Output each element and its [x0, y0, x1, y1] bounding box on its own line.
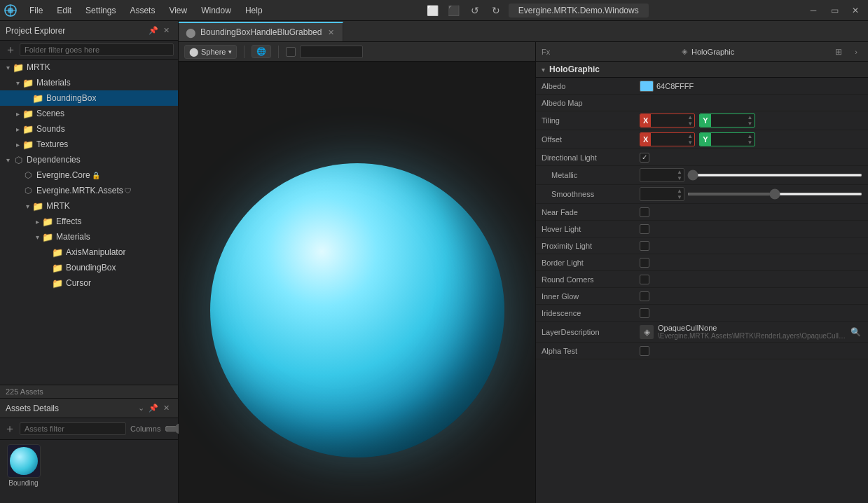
asset-thumb-bounding[interactable]: Bounding	[4, 444, 43, 499]
menubar: File Edit Settings Assets View Window He…	[0, 0, 868, 21]
bg-color-swatch[interactable]	[286, 47, 296, 57]
minimize-button[interactable]: ─	[804, 3, 823, 18]
add-asset-button[interactable]: ＋	[4, 422, 15, 435]
menu-help[interactable]: Help	[238, 4, 270, 18]
tiling-x-spinner[interactable]: ▲ ▼	[686, 114, 694, 127]
add-folder-button[interactable]: ＋	[4, 43, 17, 56]
tiling-y-spinner[interactable]: ▲ ▼	[746, 114, 755, 127]
env-button[interactable]: 🌐	[252, 45, 271, 58]
tree-item-mrtk[interactable]: 📁 MRTK	[0, 60, 178, 75]
shape-selector[interactable]: ⬤ Sphere ▾	[184, 45, 237, 59]
offset-y-down[interactable]: ▼	[746, 139, 755, 146]
viewport: ⬤ Sphere ▾ 🌐 262626FF	[179, 42, 535, 503]
menu-assets[interactable]: Assets	[123, 4, 162, 18]
menu-edit[interactable]: Edit	[50, 4, 78, 18]
tree-item-evergine-mrtk[interactable]: ⬡ Evergine.MRTK.Assets 🛡	[0, 183, 178, 198]
save-icon[interactable]: ⬜	[425, 2, 441, 19]
offset-x-spinner[interactable]: ▲ ▼	[686, 133, 694, 146]
iridescence-value	[640, 308, 862, 318]
tree-item-evergine-core[interactable]: ⬡ Evergine.Core 🔒	[0, 167, 178, 183]
project-explorer-close[interactable]: ✕	[160, 25, 172, 37]
smoothness-label: Smoothness	[542, 190, 640, 198]
folder-icon-materials: 📁	[22, 77, 34, 88]
tree-item-sounds[interactable]: 📁 Sounds	[0, 121, 178, 137]
smoothness-down[interactable]: ▼	[675, 194, 684, 200]
border-light-checkbox[interactable]	[640, 258, 649, 268]
smoothness-spinner[interactable]: ▲ ▼	[675, 188, 684, 200]
smoothness-input[interactable]: 0.500 ▲ ▼	[640, 187, 684, 201]
metallic-slider[interactable]	[687, 174, 862, 177]
redo-icon[interactable]: ↻	[488, 2, 504, 19]
offset-y-spinner[interactable]: ▲ ▼	[746, 133, 755, 146]
smoothness-slider[interactable]	[687, 193, 862, 195]
assets-details-pin[interactable]: 📌	[147, 402, 160, 415]
project-explorer-pin[interactable]: 📌	[147, 25, 160, 37]
tree-label-boundingbox: BoundingBox	[46, 93, 96, 103]
maximize-button[interactable]: ▭	[825, 3, 844, 18]
layer-search-button[interactable]: 🔍	[848, 325, 862, 339]
offset-y-input[interactable]: Y 0.000 ▲ ▼	[699, 132, 755, 146]
menu-window[interactable]: Window	[194, 4, 238, 18]
albedo-color-swatch[interactable]	[640, 81, 654, 92]
tree-item-dependencies[interactable]: ⬡ Dependencies	[0, 152, 178, 167]
offset-x-up[interactable]: ▲	[686, 133, 694, 139]
tree-item-axismanipulator[interactable]: 📁 AxisManipulator	[0, 244, 178, 260]
bg-hex-input[interactable]: 262626FF	[300, 46, 363, 58]
smoothness-field[interactable]: 0.500	[640, 190, 675, 198]
tiling-y-down[interactable]: ▼	[746, 120, 755, 127]
save-all-icon[interactable]: ⬛	[446, 2, 462, 19]
offset-x-down[interactable]: ▼	[686, 139, 694, 146]
tab-close-button[interactable]: ✕	[326, 27, 336, 37]
offset-x-field[interactable]: 0.000	[651, 135, 686, 144]
round-corners-checkbox[interactable]	[640, 275, 649, 284]
alpha-test-checkbox[interactable]	[640, 346, 649, 356]
smoothness-up[interactable]: ▲	[675, 188, 684, 194]
tiling-x-up[interactable]: ▲	[686, 114, 694, 120]
tree-item-materials[interactable]: 📁 Materials	[0, 75, 178, 90]
offset-y-up[interactable]: ▲	[746, 133, 755, 139]
tree-item-mrtk2[interactable]: 📁 MRTK	[0, 198, 178, 214]
metallic-up[interactable]: ▲	[675, 169, 684, 175]
tiling-x-field[interactable]: 1.000	[651, 116, 686, 125]
offset-x-input[interactable]: X 0.000 ▲ ▼	[640, 132, 695, 146]
close-button[interactable]: ✕	[846, 3, 865, 18]
tree-arrow-mrtk	[3, 62, 13, 72]
tiling-y-input[interactable]: Y 1.000 ▲ ▼	[699, 113, 755, 128]
metallic-spinner[interactable]: ▲ ▼	[675, 169, 684, 181]
tree-item-cursor[interactable]: 📁 Cursor	[0, 275, 178, 291]
inner-glow-checkbox[interactable]	[640, 291, 649, 301]
undo-icon[interactable]: ↺	[467, 2, 483, 19]
near-fade-label: Near Fade	[542, 208, 640, 216]
tiling-x-input[interactable]: X 1.000 ▲ ▼	[640, 113, 695, 128]
metallic-down[interactable]: ▼	[675, 175, 684, 181]
assets-filter-input[interactable]	[20, 422, 126, 435]
tree-item-scenes[interactable]: 📁 Scenes	[0, 106, 178, 121]
tree-item-textures[interactable]: 📁 Textures	[0, 137, 178, 152]
metallic-field[interactable]: 0.000	[640, 171, 675, 179]
hover-light-checkbox[interactable]	[640, 224, 649, 234]
directional-light-checkbox[interactable]	[640, 153, 649, 163]
tree-item-effects[interactable]: 📁 Effects	[0, 214, 178, 229]
menu-view[interactable]: View	[162, 4, 194, 18]
props-grid-icon[interactable]: ⊞	[832, 45, 846, 59]
offset-y-field[interactable]: 0.000	[711, 135, 746, 144]
props-collapse-right[interactable]: ›	[850, 46, 862, 58]
tiling-x-down[interactable]: ▼	[686, 120, 694, 127]
assets-details-collapse[interactable]: ⌄	[135, 402, 147, 415]
tiling-y-field[interactable]: 1.000	[711, 116, 746, 125]
tree-item-boundingbox[interactable]: 📁 BoundingBox	[0, 90, 178, 106]
assets-details-close[interactable]: ✕	[160, 402, 172, 415]
holographic-section[interactable]: ▾ HoloGraphic	[536, 62, 868, 78]
layer-desc-icon: ◈	[640, 325, 654, 339]
proximity-light-checkbox[interactable]	[640, 241, 649, 251]
metallic-input[interactable]: 0.000 ▲ ▼	[640, 168, 684, 182]
iridescence-checkbox[interactable]	[640, 308, 649, 318]
menu-settings[interactable]: Settings	[78, 4, 123, 18]
tree-item-materials2[interactable]: 📁 Materials	[0, 229, 178, 244]
near-fade-checkbox[interactable]	[640, 207, 649, 217]
tree-item-boundingbox2[interactable]: 📁 BoundingBox	[0, 260, 178, 275]
tab-bounding[interactable]: ⬤ BoundingBoxHandleBluGrabbed ✕	[179, 22, 343, 41]
menu-file[interactable]: File	[22, 4, 50, 18]
folder-filter-input[interactable]	[20, 43, 174, 56]
tiling-y-up[interactable]: ▲	[746, 114, 755, 120]
